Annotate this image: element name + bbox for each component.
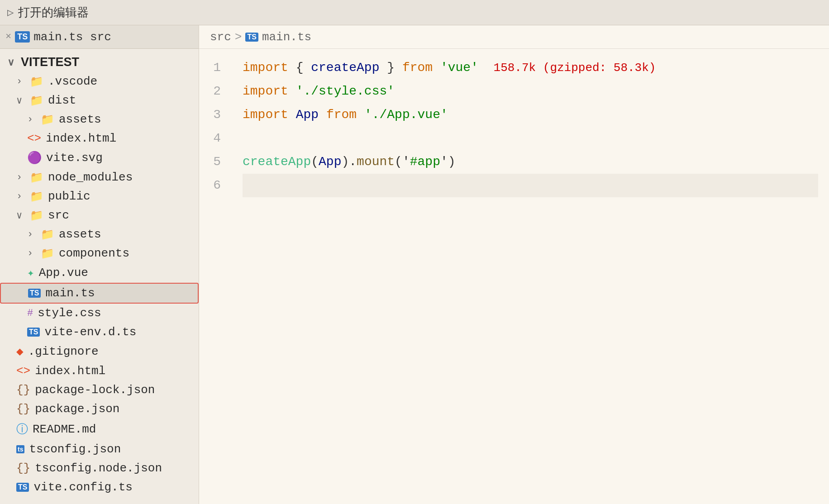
- breadcrumb-ts-badge: TS: [245, 33, 258, 42]
- chevron-right-icon: ›: [27, 229, 36, 240]
- token-space6: [357, 104, 364, 126]
- tab-close-button[interactable]: ×: [5, 31, 11, 43]
- token-createapp: createApp: [311, 57, 379, 79]
- top-bar-title: 打开的编辑器: [18, 5, 89, 20]
- folder-icon: 📁: [30, 171, 43, 184]
- sidebar-item-dist-assets[interactable]: › 📁 assets: [0, 110, 199, 129]
- sidebar-item-indexhtml[interactable]: <> index.html: [0, 361, 199, 380]
- token-import: import: [243, 57, 288, 79]
- sidebar-item-viteconfigts[interactable]: TS vite.config.ts: [0, 478, 199, 497]
- readme-icon: ⓘ: [16, 421, 28, 437]
- top-bar: ▷ 打开的编辑器: [0, 0, 829, 25]
- token-brace-open: {: [288, 57, 311, 79]
- sidebar-item-label: tsconfig.node.json: [35, 461, 162, 475]
- code-content[interactable]: import { createApp } from 'vue' 158.7k (…: [232, 56, 829, 497]
- sidebar-item-label: tsconfig.json: [29, 442, 121, 456]
- token-from2: from: [326, 104, 357, 126]
- sidebar-item-viteenvdts[interactable]: TS vite-env.d.ts: [0, 323, 199, 342]
- css-icon: #: [27, 308, 33, 319]
- sidebar-item-appvue[interactable]: ✦ App.vue: [0, 263, 199, 283]
- sidebar-item-label: vite.svg: [46, 151, 103, 165]
- token-mount: mount: [357, 151, 395, 173]
- chevron-right-icon: ›: [16, 76, 25, 87]
- sidebar-item-gitignore[interactable]: ◆ .gitignore: [0, 342, 199, 361]
- token-createapp-fn: createApp: [243, 151, 311, 173]
- sidebar-item-packagelockjson[interactable]: {} package-lock.json: [0, 380, 199, 399]
- json-icon: {}: [16, 383, 30, 397]
- sidebar-item-label: .gitignore: [28, 345, 99, 358]
- sidebar-item-nodemodules[interactable]: › 📁 node_modules: [0, 168, 199, 187]
- sidebar-item-label: public: [48, 190, 91, 203]
- sidebar-item-dist[interactable]: ∨ 📁 dist: [0, 91, 199, 110]
- line-num-4: 4: [210, 127, 221, 150]
- sidebar-item-components[interactable]: › 📁 components: [0, 244, 199, 263]
- chevron-down-icon: ∨: [7, 57, 16, 68]
- line-numbers: 1 2 3 4 5 6: [199, 56, 232, 497]
- token-hash-app: #app: [410, 151, 440, 173]
- ts-icon: TS: [28, 289, 41, 298]
- sidebar-item-tsconfignode[interactable]: {} tsconfig.node.json: [0, 459, 199, 478]
- code-line-6: [243, 174, 818, 197]
- project-root[interactable]: ∨ VITETEST: [0, 52, 199, 72]
- token-space3: [288, 80, 296, 103]
- sidebar-item-label: index.html: [46, 132, 116, 145]
- sidebar-item-stylecss[interactable]: # style.css: [0, 304, 199, 323]
- sidebar-item-public[interactable]: › 📁 public: [0, 187, 199, 206]
- code-area: 1 2 3 4 5 6 import { createApp } from 'v…: [199, 49, 829, 504]
- sidebar-item-vitesvg[interactable]: 🟣 vite.svg: [0, 148, 199, 168]
- code-line-4: [243, 127, 818, 150]
- sidebar-item-label: package-lock.json: [35, 383, 155, 397]
- chevron-right-icon: ›: [27, 114, 36, 125]
- token-space: [433, 57, 440, 79]
- tab-label[interactable]: main.ts src: [33, 30, 111, 44]
- token-space4: [288, 104, 296, 126]
- folder-icon: 📁: [30, 94, 43, 107]
- sidebar-item-label: dist: [48, 94, 76, 107]
- sidebar-item-src-assets[interactable]: › 📁 assets: [0, 225, 199, 244]
- folder-icon: 📁: [30, 75, 43, 88]
- ts-icon: TS: [27, 328, 40, 337]
- folder-icon: 📁: [41, 228, 54, 241]
- folder-icon: 📁: [30, 190, 43, 203]
- token-import2: import: [243, 80, 288, 103]
- json-icon: {}: [16, 402, 30, 416]
- chevron-down-icon: ∨: [16, 95, 25, 107]
- sidebar-item-dist-indexhtml[interactable]: <> index.html: [0, 129, 199, 148]
- line-num-5: 5: [210, 150, 221, 174]
- sidebar-item-label: main.ts: [45, 286, 95, 300]
- sidebar-item-label: components: [59, 247, 129, 260]
- chevron-right-icon: ›: [16, 191, 25, 202]
- sidebar-item-tsconfigjson[interactable]: ts tsconfig.json: [0, 440, 199, 459]
- token-paren-open: (: [311, 151, 319, 173]
- top-bar-icon: ▷: [7, 6, 14, 19]
- token-dot: .: [349, 151, 357, 173]
- folder-icon: 📁: [30, 209, 43, 222]
- git-icon: ◆: [16, 344, 24, 359]
- line-num-1: 1: [210, 56, 221, 80]
- sidebar-item-label: vite-env.d.ts: [44, 325, 136, 339]
- code-line-2: import './style.css': [243, 80, 818, 103]
- folder-icon: 📁: [41, 113, 54, 126]
- chevron-right-icon: ›: [16, 172, 25, 183]
- sidebar-item-label: style.css: [38, 306, 101, 320]
- main-layout: × TS main.ts src ∨ VITETEST › 📁 .vscode …: [0, 25, 829, 504]
- sidebar-item-readme[interactable]: ⓘ README.md: [0, 418, 199, 440]
- editor-breadcrumb: src > TS main.ts: [199, 25, 829, 49]
- token-app-arg: App: [319, 151, 341, 173]
- code-line-3: import App from './App.vue': [243, 103, 818, 127]
- sidebar-item-vscode[interactable]: › 📁 .vscode: [0, 72, 199, 91]
- sidebar-item-label: .vscode: [48, 75, 97, 88]
- breadcrumb-filename: main.ts: [262, 30, 311, 44]
- sidebar-item-packagejson[interactable]: {} package.json: [0, 399, 199, 418]
- breadcrumb-src: src: [210, 30, 231, 44]
- breadcrumb-separator: >: [235, 30, 242, 44]
- token-app-id: App: [296, 104, 319, 126]
- sidebar-item-label: README.md: [33, 423, 96, 436]
- sidebar-item-label: package.json: [35, 402, 119, 416]
- folder-icon: 📁: [41, 247, 54, 260]
- token-style-str: './style.css': [296, 80, 395, 103]
- tsconfig-icon: ts: [16, 445, 24, 453]
- sidebar-item-src[interactable]: ∨ 📁 src: [0, 206, 199, 225]
- html-icon: <>: [27, 132, 41, 145]
- sidebar-item-maints[interactable]: TS main.ts: [0, 283, 199, 304]
